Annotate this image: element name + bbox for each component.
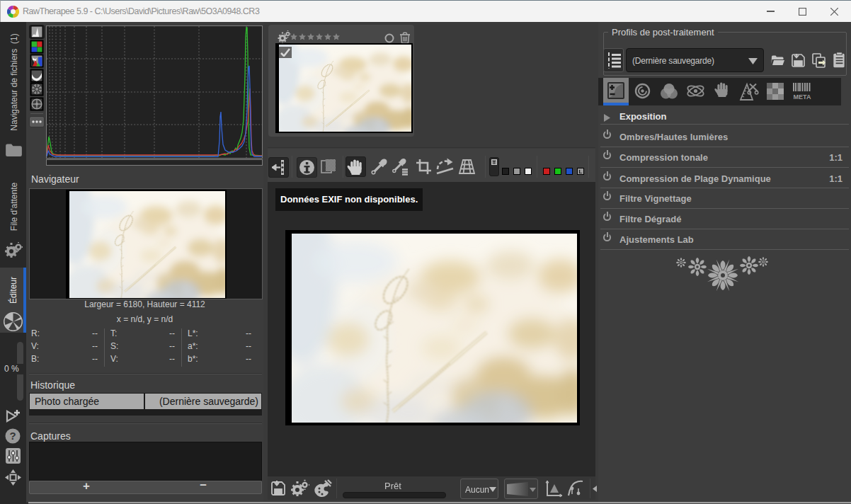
- svg-text:META: META: [794, 93, 811, 101]
- svg-text:?: ?: [9, 430, 16, 442]
